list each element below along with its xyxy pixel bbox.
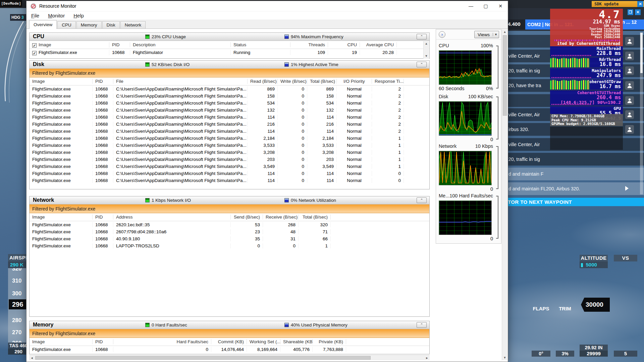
menu-file[interactable]: File bbox=[31, 13, 39, 18]
atc-selected-option[interactable]: TOR TO NEXT WAYPOINT bbox=[506, 198, 644, 206]
tab-disk[interactable]: Disk bbox=[102, 21, 120, 28]
cell: 158 bbox=[307, 94, 337, 99]
hdg-label: HDG bbox=[11, 15, 20, 20]
cpu-table-row[interactable]: ✓FlightSimulator.exe 10668 FlightSimulat… bbox=[30, 49, 429, 56]
disk-section-header[interactable]: Disk 52 KB/sec Disk I/O 1% Highest Activ… bbox=[30, 61, 429, 69]
title-bar[interactable]: Resource Monitor — ▢ ✕ bbox=[26, 1, 508, 11]
cell: 2 bbox=[372, 101, 404, 106]
cell: 534 bbox=[307, 101, 337, 106]
close-button[interactable]: ✕ bbox=[493, 1, 508, 11]
memory-table-row[interactable]: FlightSimulator.exe 10668 0 14,076,464 8… bbox=[30, 346, 429, 353]
disk-table-row[interactable]: FlightSimulator.exe10668C:\Users\Sven\Ap… bbox=[30, 107, 429, 114]
fps-debug-panel: 4.7 214.97 ms SDR VsyncTearing forbidden… bbox=[550, 9, 623, 46]
column-header[interactable]: Working Set (... bbox=[247, 339, 280, 344]
disk-table-row[interactable]: FlightSimulator.exe10668C:\Users\Sven\Ap… bbox=[30, 93, 429, 100]
play-arrow-icon[interactable] bbox=[625, 186, 629, 191]
select-all-checkbox[interactable]: ✓ bbox=[32, 43, 37, 48]
atc-message-row[interactable]: d and maintain F bbox=[506, 168, 644, 180]
disk-table-row[interactable]: FlightSimulator.exe10668C:\Users\Sven\Ap… bbox=[30, 100, 429, 107]
disk-table-row[interactable]: FlightSimulator.exe10668C:\Users\Sven\Ap… bbox=[30, 114, 429, 121]
column-header[interactable]: Hard Faults/sec bbox=[113, 339, 211, 344]
memory-table-header[interactable]: ImagePIDHard Faults/secCommit (KB)Workin… bbox=[30, 338, 429, 346]
disk-table-row[interactable]: FlightSimulator.exe10668C:\Users\Sven\Ap… bbox=[30, 177, 429, 184]
column-header[interactable]: Image bbox=[30, 215, 93, 220]
views-dropdown[interactable]: Views ▼ bbox=[474, 31, 499, 38]
column-header[interactable]: Send (B/sec) bbox=[231, 215, 263, 220]
column-header[interactable]: PID bbox=[93, 215, 113, 220]
column-header[interactable]: Status bbox=[231, 42, 290, 47]
maximize-button[interactable]: ▢ bbox=[478, 1, 493, 11]
panel-collapse-icon[interactable]: › bbox=[439, 31, 445, 38]
column-header[interactable]: Receive (B/sec) bbox=[263, 215, 299, 220]
disk-table-header[interactable]: ImagePIDFileRead (B/sec)Write (B/sec)Tot… bbox=[30, 77, 429, 85]
disk-table-row[interactable]: FlightSimulator.exe10668C:\Users\Sven\Ap… bbox=[30, 135, 429, 142]
column-header[interactable]: PID bbox=[93, 79, 113, 84]
disk-table-row[interactable]: FlightSimulator.exe10668C:\Users\Sven\Ap… bbox=[30, 121, 429, 128]
column-header[interactable]: Read (B/sec) bbox=[248, 79, 278, 84]
thread-timing-row: CoherentGTUIThread260.4 ms[148.6;325.7] … bbox=[550, 90, 623, 106]
sdk-banner-close-icon[interactable]: ✕ bbox=[637, 1, 643, 7]
column-header[interactable]: Image bbox=[30, 79, 93, 84]
network-table-row[interactable]: FlightSimulator.exe106682607:f798:d04:28… bbox=[30, 228, 429, 235]
network-section-header[interactable]: Network 1 Kbps Network I/O 0% Network Ut… bbox=[30, 196, 429, 204]
column-header[interactable]: Threads bbox=[290, 42, 328, 47]
column-header[interactable]: I/O Priority bbox=[337, 79, 372, 84]
altitude-current: 30000 bbox=[581, 298, 610, 312]
atc-message-row[interactable]: 20, traffic in sig bbox=[506, 153, 644, 166]
tab-memory[interactable]: Memory bbox=[76, 21, 102, 28]
column-header[interactable]: Commit (KB) bbox=[211, 339, 247, 344]
disk-table-row[interactable]: FlightSimulator.exe10668C:\Users\Sven\Ap… bbox=[30, 142, 429, 149]
column-header[interactable]: Total (B/sec) bbox=[299, 215, 331, 220]
disk-table-row[interactable]: FlightSimulator.exe10668C:\Users\Sven\Ap… bbox=[30, 170, 429, 177]
column-header[interactable]: Shareable (KB) bbox=[280, 339, 313, 344]
network-table-row[interactable]: FlightSimulator.exe106682620:1ec:bdf::35… bbox=[30, 221, 429, 228]
sdk-update-banner[interactable]: SDK update available bbox=[592, 1, 644, 7]
disk-table-row[interactable]: FlightSimulator.exe10668C:\Users\Sven\Ap… bbox=[30, 128, 429, 135]
minimize-button[interactable]: — bbox=[464, 1, 478, 11]
column-header[interactable]: PID bbox=[109, 42, 130, 47]
menu-monitor[interactable]: Monitor bbox=[48, 13, 65, 18]
cpu-mini-scrollbar[interactable]: ▲ ▼ bbox=[423, 41, 429, 59]
disk-table-row[interactable]: FlightSimulator.exe10668C:\Users\Sven\Ap… bbox=[30, 149, 429, 156]
disk-table-row[interactable]: FlightSimulator.exe10668C:\Users\Sven\Ap… bbox=[30, 85, 429, 93]
atc-message-row[interactable]: d and maintain FL200, Airbus 320. bbox=[506, 182, 644, 195]
menu-help[interactable]: Help bbox=[73, 13, 84, 18]
memory-filter-bar: Filtered by FlightSimulator.exe bbox=[30, 329, 429, 338]
tab-overview[interactable]: Overview bbox=[29, 20, 57, 29]
main-vertical-scrollbar[interactable]: ▲ ▼ bbox=[502, 29, 507, 360]
cpu-collapse-chevron-icon[interactable]: ⌃ bbox=[417, 34, 427, 40]
column-header[interactable]: Address bbox=[113, 215, 231, 220]
column-header[interactable]: CPU bbox=[328, 42, 360, 47]
disk-table-row[interactable]: FlightSimulator.exe10668C:\Users\Sven\Ap… bbox=[30, 156, 429, 163]
column-header[interactable]: PID bbox=[93, 339, 113, 344]
column-header[interactable]: Description bbox=[130, 42, 231, 47]
horizontal-scrollbar[interactable]: ◄ ► bbox=[29, 355, 430, 360]
memory-section-header[interactable]: Memory 0 Hard Faults/sec 40% Used Physic… bbox=[30, 321, 429, 329]
cell: C:\Users\Sven\AppData\Roaming\Microsoft … bbox=[113, 143, 248, 148]
memory-collapse-chevron-icon[interactable]: ⌃ bbox=[417, 322, 427, 328]
debug-expand-icon[interactable]: ❒ bbox=[628, 9, 633, 15]
column-header[interactable]: Write (B/sec) bbox=[278, 79, 307, 84]
column-header[interactable]: ✓Image bbox=[30, 42, 109, 48]
network-table-header[interactable]: ImagePIDAddressSend (B/sec)Receive (B/se… bbox=[30, 213, 429, 221]
cpu-table-header[interactable]: ✓ImagePIDDescriptionStatusThreadsCPUAver… bbox=[30, 41, 429, 49]
column-header[interactable]: File bbox=[113, 79, 248, 84]
atc-scrollbar[interactable] bbox=[640, 32, 643, 194]
cpu-section-header[interactable]: CPU 23% CPU Usage 94% Maximum Frequency … bbox=[30, 33, 429, 41]
network-table-row[interactable]: FlightSimulator.exe10668LAPTOP-TROS2LSD0… bbox=[30, 242, 429, 249]
column-header[interactable]: Response Ti... bbox=[372, 79, 404, 84]
network-section: Network 1 Kbps Network I/O 0% Network Ut… bbox=[29, 196, 430, 317]
column-header[interactable]: Total (B/sec) bbox=[307, 79, 337, 84]
row-checkbox[interactable]: ✓ bbox=[32, 51, 37, 55]
network-collapse-chevron-icon[interactable]: ⌃ bbox=[417, 197, 427, 203]
disk-collapse-chevron-icon[interactable]: ⌃ bbox=[417, 62, 427, 67]
debug-close-icon[interactable]: ✕ bbox=[635, 9, 641, 15]
network-table-row[interactable]: FlightSimulator.exe1066840.90.9.18035316… bbox=[30, 235, 429, 242]
tab-cpu[interactable]: CPU bbox=[57, 21, 76, 28]
column-header[interactable]: Private (KB) bbox=[313, 339, 346, 344]
column-header[interactable]: Average CPU bbox=[360, 42, 397, 47]
cell: Normal bbox=[337, 164, 372, 169]
column-header[interactable]: Image bbox=[30, 339, 93, 344]
disk-table-row[interactable]: FlightSimulator.exe10668C:\Users\Sven\Ap… bbox=[30, 163, 429, 170]
tab-network[interactable]: Network bbox=[120, 21, 146, 28]
